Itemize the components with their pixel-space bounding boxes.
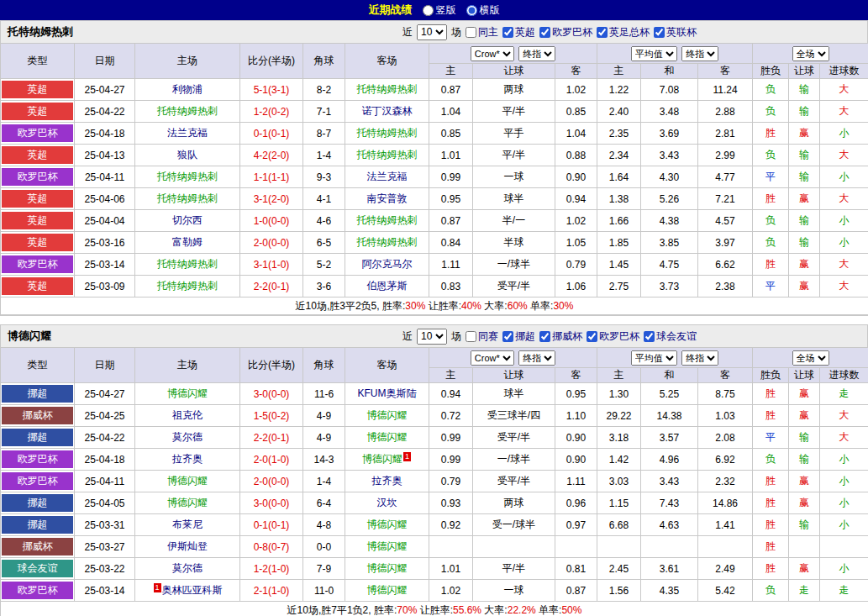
home-team-link[interactable]: 祖克伦 — [172, 409, 203, 421]
score: 1-1(1-1) — [240, 166, 303, 188]
away-team-link[interactable]: 博德闪耀 — [367, 409, 408, 421]
home-team-link[interactable]: 托特纳姆热刺 — [157, 192, 218, 204]
league-checkbox[interactable] — [502, 331, 513, 342]
league-checkbox[interactable] — [644, 331, 655, 342]
same-checkbox[interactable] — [466, 331, 476, 342]
league-filter[interactable]: 英足总杯 — [597, 25, 650, 39]
avg-draw-odds: 4.30 — [641, 166, 698, 188]
home-team-link[interactable]: 莫尔德 — [172, 562, 203, 574]
league-filter[interactable]: 挪威杯 — [539, 329, 582, 344]
league-filter[interactable]: 英联杯 — [654, 25, 697, 39]
league-filter[interactable]: 球会友谊 — [644, 329, 697, 344]
home-team-link[interactable]: 博德闪耀 — [167, 497, 208, 508]
league-checkbox[interactable] — [654, 27, 665, 38]
away-team-link[interactable]: 诺丁汉森林 — [362, 105, 413, 117]
col-away: 客场 — [345, 348, 429, 383]
home-team-link[interactable]: 富勒姆 — [172, 236, 203, 248]
away-team-link[interactable]: 博德闪耀 — [362, 453, 402, 465]
home-team-link[interactable]: 博德闪耀 — [167, 387, 208, 399]
home-team-link[interactable]: 拉齐奥 — [172, 453, 203, 465]
away-team-link[interactable]: 托特纳姆热刺 — [357, 127, 418, 139]
summary-row: 近10场,胜3平2负5, 胜率:30% 让胜率:40% 大率:60% 单率:30… — [1, 297, 868, 315]
home-team-link[interactable]: 法兰克福 — [167, 127, 208, 139]
score: 4-2(2-0) — [240, 145, 303, 166]
league-filter[interactable]: 欧罗巴杯 — [539, 25, 592, 39]
summary-percent: 22.2% — [508, 604, 536, 616]
handicap-line: 一/球半 — [473, 254, 555, 276]
away-team-link[interactable]: 托特纳姆热刺 — [357, 149, 418, 161]
home-team-link[interactable]: 莫尔德 — [172, 431, 203, 443]
home-team-link[interactable]: 奥林匹亚科斯 — [162, 584, 223, 596]
bookmaker-select[interactable]: Crow* — [471, 46, 514, 61]
avg-select[interactable]: 平均值 — [631, 350, 677, 366]
odds-time-select[interactable]: 终指 — [518, 46, 555, 61]
away-team-link[interactable]: 托特纳姆热刺 — [357, 83, 418, 95]
corner-score: 1-4 — [303, 471, 345, 492]
avg-select[interactable]: 平均值 — [631, 46, 677, 61]
same-filter[interactable]: 同赛 — [466, 329, 498, 344]
results-table: 类型 日期 主场 比分(半场) 角球 客场 Crow* 终指 平均值 终指 全场 — [0, 347, 868, 616]
home-team-link[interactable]: 利物浦 — [172, 83, 203, 95]
away-team-link[interactable]: 阿尔克马尔 — [362, 258, 413, 270]
match-date: 25-03-31 — [75, 514, 135, 536]
home-team-link[interactable]: 博德闪耀 — [167, 475, 208, 487]
same-checkbox[interactable] — [466, 27, 476, 38]
league-badge: 挪威杯 — [2, 538, 73, 555]
away-team-link[interactable]: 法兰克福 — [367, 171, 408, 182]
away-team-link[interactable]: 托特纳姆热刺 — [357, 236, 418, 248]
away-team-link[interactable]: 博德闪耀 — [367, 431, 408, 443]
avg-home-odds: 2.34 — [597, 145, 641, 166]
league-checkbox[interactable] — [539, 331, 550, 342]
home-team-link[interactable]: 托特纳姆热刺 — [157, 171, 218, 182]
odds-time-select[interactable]: 终指 — [681, 46, 718, 61]
avg-odds-header: 平均值 终指 — [597, 348, 753, 368]
league-filter[interactable]: 挪超 — [502, 329, 535, 344]
league-checkbox[interactable] — [587, 331, 597, 342]
home-team-link[interactable]: 布莱尼 — [172, 519, 203, 530]
home-team-link[interactable]: 托特纳姆热刺 — [157, 105, 218, 117]
layout-horizontal-option[interactable]: 横版 — [466, 3, 500, 18]
home-team-link[interactable]: 托特纳姆热刺 — [157, 258, 218, 270]
odds-time-select[interactable]: 终指 — [681, 350, 718, 366]
away-team-link[interactable]: 南安普敦 — [367, 192, 408, 204]
away-team-link[interactable]: 托特纳姆热刺 — [357, 214, 418, 226]
vertical-radio[interactable] — [423, 5, 434, 16]
league-checkbox[interactable] — [539, 27, 550, 38]
home-team-link[interactable]: 切尔西 — [172, 214, 203, 226]
handicap-line: 受三球半/四 — [473, 405, 555, 427]
league-label: 英足总杯 — [609, 25, 650, 39]
away-team-link[interactable]: 博德闪耀 — [367, 519, 408, 530]
league-filter[interactable]: 欧罗巴杯 — [587, 329, 639, 344]
home-team-link[interactable]: 托特纳姆热刺 — [157, 280, 218, 292]
same-filter[interactable]: 同主 — [466, 25, 498, 39]
away-team-link[interactable]: 博德闪耀 — [367, 540, 408, 552]
layout-vertical-option[interactable]: 竖版 — [423, 3, 456, 18]
home-cell: 狼队 — [135, 145, 240, 166]
odds-time-select[interactable]: 终指 — [518, 350, 555, 366]
league-filter[interactable]: 英超 — [502, 25, 535, 39]
bookmaker-select[interactable]: Crow* — [471, 350, 514, 366]
home-team-link[interactable]: 狼队 — [177, 149, 197, 161]
handicap-away-odds: 0.90 — [555, 449, 597, 471]
match-count-select[interactable]: 10 — [417, 329, 447, 345]
away-team-link[interactable]: KFUM奥斯陆 — [358, 387, 417, 399]
match-count-select[interactable]: 10 — [417, 24, 447, 40]
league-checkbox[interactable] — [502, 27, 513, 38]
result-winlose: 胜 — [753, 123, 789, 145]
summary-percent: 70% — [397, 604, 417, 616]
handicap-line: 受平/半 — [473, 427, 555, 449]
home-team-link[interactable]: 伊斯灿登 — [167, 540, 208, 552]
away-team-link[interactable]: 汉坎 — [377, 497, 397, 508]
league-checkbox[interactable] — [597, 27, 608, 38]
period-select[interactable]: 全场 — [792, 46, 829, 61]
away-team-link[interactable]: 博德闪耀 — [367, 562, 408, 574]
handicap-away-odds: 0.87 — [555, 580, 597, 602]
avg-odds-header: 平均值 终指 — [597, 44, 753, 64]
period-select[interactable]: 全场 — [792, 350, 829, 366]
away-team-link[interactable]: 伯恩茅斯 — [367, 280, 408, 292]
away-team-link[interactable]: 拉齐奥 — [372, 475, 402, 487]
horizontal-radio[interactable] — [466, 5, 477, 16]
avg-home-odds: 1.42 — [597, 449, 641, 471]
away-team-link[interactable]: 博德闪耀 — [367, 584, 408, 596]
result-winlose: 负 — [753, 232, 789, 254]
